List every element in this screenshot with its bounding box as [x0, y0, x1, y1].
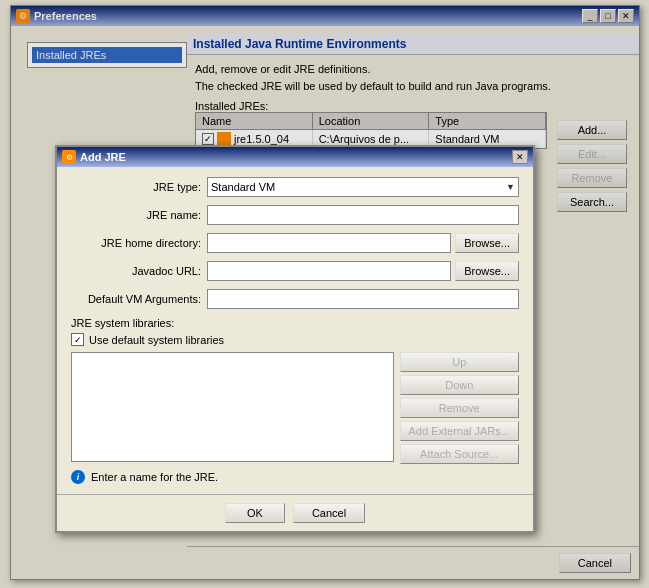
jre-home-input[interactable] — [207, 233, 451, 253]
default-vm-input[interactable] — [207, 289, 519, 309]
info-row: i Enter a name for the JRE. — [71, 470, 519, 484]
jre-home-input-group: Browse... — [207, 233, 519, 253]
jre-name-label: JRE name: — [71, 209, 201, 221]
jre-home-row: JRE home directory: Browse... — [71, 233, 519, 253]
info-message: Enter a name for the JRE. — [91, 471, 218, 483]
dialog-body: JRE type: Standard VM ▼ JRE name: JRE ho… — [57, 167, 533, 494]
jre-name-input[interactable] — [207, 205, 519, 225]
dialog-footer: OK Cancel — [57, 494, 533, 531]
default-vm-label: Default VM Arguments: — [71, 293, 201, 305]
jre-type-select[interactable]: Standard VM ▼ — [207, 177, 519, 197]
info-icon: i — [71, 470, 85, 484]
jre-name-row: JRE name: — [71, 205, 519, 225]
system-libs-label: JRE system libraries: — [71, 317, 519, 329]
dialog-title-left: ⚙ Add JRE — [62, 150, 126, 164]
dialog-close-button[interactable]: ✕ — [512, 150, 528, 164]
javadoc-url-label: Javadoc URL: — [71, 265, 201, 277]
dialog-icon: ⚙ — [62, 150, 76, 164]
javadoc-url-row: Javadoc URL: Browse... — [71, 261, 519, 281]
dialog-title-bar: ⚙ Add JRE ✕ — [57, 147, 533, 167]
browse-javadoc-button[interactable]: Browse... — [455, 261, 519, 281]
use-default-row: ✓ Use default system libraries — [71, 333, 519, 346]
default-vm-row: Default VM Arguments: — [71, 289, 519, 309]
libraries-list[interactable] — [71, 352, 394, 462]
up-button[interactable]: Up — [400, 352, 520, 372]
dialog-title: Add JRE — [80, 151, 126, 163]
javadoc-url-input[interactable] — [207, 261, 451, 281]
libraries-area: Up Down Remove Add External JARs... Atta… — [71, 352, 519, 464]
jre-home-label: JRE home directory: — [71, 237, 201, 249]
select-arrow-icon: ▼ — [506, 182, 515, 192]
attach-source-button[interactable]: Attach Source... — [400, 444, 520, 464]
add-jre-dialog: ⚙ Add JRE ✕ JRE type: Standard VM ▼ JRE … — [55, 145, 535, 533]
browse-home-button[interactable]: Browse... — [455, 233, 519, 253]
cancel-button[interactable]: Cancel — [293, 503, 365, 523]
jre-type-value: Standard VM — [211, 181, 275, 193]
javadoc-url-input-group: Browse... — [207, 261, 519, 281]
down-button[interactable]: Down — [400, 375, 520, 395]
ok-button[interactable]: OK — [225, 503, 285, 523]
use-default-label: Use default system libraries — [89, 334, 224, 346]
lib-buttons: Up Down Remove Add External JARs... Atta… — [400, 352, 520, 464]
jre-type-label: JRE type: — [71, 181, 201, 193]
lib-remove-button[interactable]: Remove — [400, 398, 520, 418]
add-external-jars-button[interactable]: Add External JARs... — [400, 421, 520, 441]
use-default-checkbox[interactable]: ✓ — [71, 333, 84, 346]
jre-type-row: JRE type: Standard VM ▼ — [71, 177, 519, 197]
system-libraries-section: JRE system libraries: ✓ Use default syst… — [71, 317, 519, 464]
